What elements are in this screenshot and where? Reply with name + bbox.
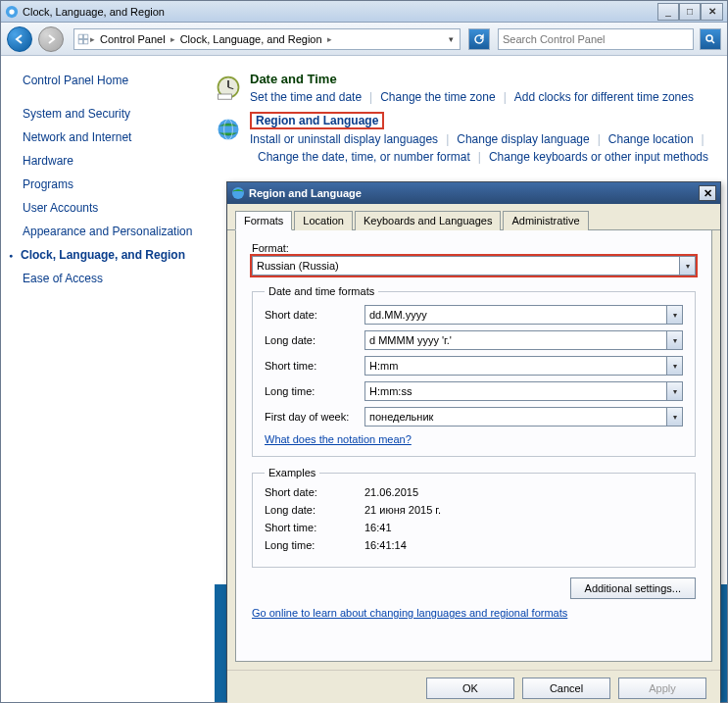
format-label: Format:	[252, 242, 696, 254]
ex-short-date-label: Short date:	[265, 486, 364, 498]
tab-formats[interactable]: Formats	[235, 211, 292, 230]
breadcrumb-icon	[76, 32, 90, 46]
datetime-title[interactable]: Date and Time	[250, 72, 717, 86]
dialog-globe-icon	[231, 186, 245, 200]
nav-back-button[interactable]	[7, 26, 32, 52]
sidebar-item-network[interactable]: Network and Internet	[23, 130, 215, 144]
sidebar-item-hardware[interactable]: Hardware	[23, 154, 215, 168]
ex-long-time-value: 16:41:14	[364, 539, 407, 551]
control-panel-window: Clock, Language, and Region _ □ ✕ ▸ Cont…	[0, 0, 728, 703]
svg-rect-6	[84, 39, 88, 43]
link-display-lang[interactable]: Change display language	[449, 130, 597, 148]
additional-settings-button[interactable]: Additional settings...	[570, 577, 696, 599]
link-change-location[interactable]: Change location	[601, 130, 702, 148]
breadcrumb[interactable]: ▸ Control Panel ▸ Clock, Language, and R…	[73, 28, 461, 50]
link-set-time[interactable]: Set the time and date	[250, 88, 369, 106]
minimize-button[interactable]: _	[657, 3, 679, 21]
navbar: ▸ Control Panel ▸ Clock, Language, and R…	[1, 23, 727, 56]
sidebar-item-ease[interactable]: Ease of Access	[23, 272, 215, 285]
tab-keyboards[interactable]: Keyboards and Languages	[355, 211, 502, 230]
sidebar-item-programs[interactable]: Programs	[23, 177, 215, 191]
chevron-down-icon: ▾	[666, 331, 682, 349]
long-time-select[interactable]: H:mm:ss▾	[364, 381, 683, 401]
category-region: Region and Language Install or uninstall…	[215, 114, 717, 166]
sidebar-item-appearance[interactable]: Appearance and Personalization	[23, 225, 215, 238]
ex-short-time-label: Short time:	[265, 522, 364, 533]
dialog-close-button[interactable]: ✕	[699, 185, 716, 201]
long-date-label: Long date:	[265, 334, 364, 346]
tabstrip: Formats Location Keyboards and Languages…	[227, 204, 720, 230]
search-bar[interactable]	[498, 28, 694, 50]
ex-long-date-value: 21 июня 2015 г.	[364, 504, 441, 516]
tab-admin[interactable]: Administrative	[503, 211, 588, 230]
examples-legend: Examples	[265, 467, 319, 478]
svg-point-13	[218, 120, 239, 140]
first-day-select[interactable]: понедельник▾	[364, 407, 683, 427]
region-title[interactable]: Region and Language	[250, 112, 384, 129]
link-add-clocks[interactable]: Add clocks for different time zones	[507, 88, 702, 106]
svg-rect-4	[84, 34, 88, 38]
dialog-buttons: OK Cancel Apply	[227, 670, 720, 703]
tab-location[interactable]: Location	[294, 211, 353, 230]
search-input[interactable]	[503, 33, 689, 45]
region-language-dialog: Region and Language ✕ Formats Location K…	[226, 181, 721, 701]
ex-long-date-label: Long date:	[265, 504, 364, 516]
ex-short-date-value: 21.06.2015	[364, 486, 418, 498]
search-button[interactable]	[700, 28, 721, 50]
format-value: Russian (Russia)	[257, 260, 339, 272]
refresh-button[interactable]	[468, 28, 490, 50]
category-datetime: Date and Time Set the time and date| Cha…	[215, 72, 717, 106]
chevron-down-icon: ▾	[666, 357, 682, 375]
chevron-down-icon: ▾	[666, 408, 682, 426]
cancel-button[interactable]: Cancel	[522, 678, 610, 699]
link-install-lang[interactable]: Install or uninstall display languages	[250, 130, 446, 148]
maximize-button[interactable]: □	[679, 3, 701, 21]
chevron-down-icon: ▾	[666, 382, 682, 400]
link-number-format[interactable]: Change the date, time, or number format	[250, 148, 478, 166]
long-date-select[interactable]: d MMMM yyyy 'г.'▾	[364, 330, 683, 350]
breadcrumb-dropdown-icon[interactable]: ▾	[445, 34, 458, 44]
short-time-select[interactable]: H:mm▾	[364, 356, 683, 376]
link-keyboards[interactable]: Change keyboards or other input methods	[481, 148, 716, 166]
examples-group: Examples Short date:21.06.2015 Long date…	[252, 467, 696, 568]
tab-pane-formats: Format: Russian (Russia) ▾ Date and time…	[235, 230, 712, 662]
svg-rect-12	[218, 94, 232, 99]
svg-point-7	[706, 35, 712, 41]
sidebar: Control Panel Home System and Security N…	[1, 56, 215, 702]
svg-rect-5	[79, 39, 83, 43]
svg-point-1	[9, 9, 14, 14]
format-select[interactable]: Russian (Russia) ▾	[252, 256, 696, 276]
ex-short-time-value: 16:41	[364, 522, 392, 533]
titlebar: Clock, Language, and Region _ □ ✕	[1, 1, 727, 23]
sidebar-item-system[interactable]: System and Security	[23, 107, 215, 121]
globe-icon	[215, 116, 242, 143]
nav-forward-button	[38, 26, 64, 52]
dtf-legend: Date and time formats	[265, 285, 378, 297]
svg-rect-3	[79, 34, 83, 38]
sidebar-item-accounts[interactable]: User Accounts	[23, 201, 215, 215]
close-button[interactable]: ✕	[701, 3, 723, 21]
dialog-titlebar: Region and Language ✕	[227, 182, 720, 204]
breadcrumb-root[interactable]: Control Panel	[95, 33, 170, 45]
link-change-tz[interactable]: Change the time zone	[372, 88, 503, 106]
long-time-label: Long time:	[265, 385, 364, 397]
apply-button: Apply	[618, 678, 706, 699]
short-date-label: Short date:	[265, 309, 364, 321]
chevron-down-icon: ▾	[679, 257, 695, 275]
notation-link[interactable]: What does the notation mean?	[265, 433, 412, 445]
sidebar-item-home[interactable]: Control Panel Home	[23, 74, 215, 87]
window-title: Clock, Language, and Region	[23, 6, 657, 18]
short-time-label: Short time:	[265, 360, 364, 372]
ex-long-time-label: Long time:	[265, 539, 364, 551]
svg-line-8	[712, 40, 715, 43]
short-date-select[interactable]: dd.MM.yyyy▾	[364, 305, 683, 325]
dialog-title: Region and Language	[249, 187, 699, 199]
window-icon	[5, 5, 19, 19]
breadcrumb-current[interactable]: Clock, Language, and Region	[175, 33, 327, 45]
date-time-formats-group: Date and time formats Short date: dd.MM.…	[252, 285, 696, 457]
sidebar-item-clock[interactable]: Clock, Language, and Region	[23, 248, 215, 262]
clock-icon	[215, 74, 242, 101]
online-link[interactable]: Go online to learn about changing langua…	[252, 607, 696, 619]
svg-point-15	[232, 187, 244, 199]
ok-button[interactable]: OK	[426, 678, 514, 699]
